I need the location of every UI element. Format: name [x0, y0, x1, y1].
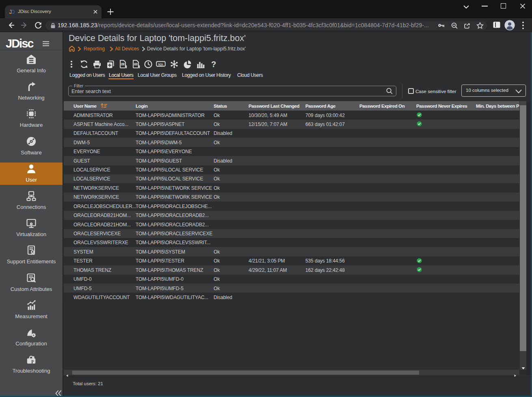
svg-text:SQL: SQL — [158, 63, 164, 66]
svg-text:XLS: XLS — [121, 63, 125, 65]
svg-text:CSV: CSV — [134, 63, 138, 65]
svg-text:?: ? — [211, 60, 216, 69]
